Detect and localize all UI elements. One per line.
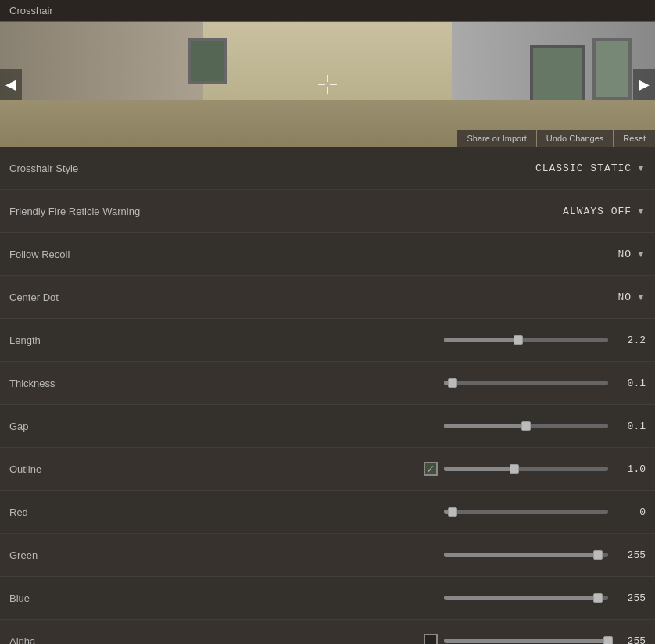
checkbox-alpha[interactable] [424,634,438,644]
control-gap: 0.1 [166,420,646,432]
slider-track-gap[interactable] [444,424,608,428]
dropdown-arrow-crosshair-style: ▼ [636,163,646,174]
setting-row-follow-recoil: Follow RecoilNo▼ [0,233,655,276]
reset-button[interactable]: Reset [614,130,655,147]
setting-row-red: Red0 [0,491,655,534]
setting-row-center-dot: Center DotNo▼ [0,276,655,319]
control-thickness: 0.1 [166,377,646,389]
slider-thumb-alpha[interactable] [603,636,613,644]
control-center-dot: No▼ [166,292,646,303]
slider-value-thickness: 0.1 [614,377,646,389]
share-import-button[interactable]: Share or Import [457,130,535,147]
control-red: 0 [166,506,646,518]
setting-row-green: Green255 [0,534,655,577]
label-thickness: Thickness [9,377,166,389]
dropdown-arrow-follow-recoil: ▼ [636,249,646,259]
slider-value-blue: 255 [614,592,646,604]
slider-value-length: 2.2 [614,335,646,346]
control-blue: 255 [166,592,646,604]
slider-fill-green [444,553,598,557]
preview-arrow-right[interactable]: ▶ [633,69,655,100]
setting-row-alpha: Alpha255 [0,620,655,644]
dropdown-value-crosshair-style: Classic Static [535,163,632,174]
slider-track-blue[interactable] [444,596,608,600]
slider-fill-blue [444,596,598,600]
slider-thumb-red[interactable] [448,507,457,517]
dropdown-crosshair-style[interactable]: Classic Static▼ [535,163,646,174]
label-outline: Outline [9,463,166,475]
slider-fill-outline [444,467,514,471]
slider-thumb-length[interactable] [514,335,523,345]
preview-container: ◀ ▶ Share or Import Undo Changes Reset [0,22,655,147]
control-follow-recoil: No▼ [166,249,646,260]
settings-area: Crosshair StyleClassic Static▼Friendly F… [0,147,655,644]
slider-container-thickness: 0.1 [166,377,646,389]
dropdown-follow-recoil[interactable]: No▼ [618,249,646,260]
slider-container-length: 2.2 [166,335,646,346]
page-title: Crosshair [9,5,53,16]
slider-thumb-gap[interactable] [521,421,531,431]
slider-container-gap: 0.1 [166,420,646,432]
label-crosshair-style: Crosshair Style [9,163,166,174]
control-green: 255 [166,549,646,561]
slider-track-green[interactable] [444,553,608,557]
checkbox-outline[interactable]: ✓ [424,462,438,476]
label-green: Green [9,549,166,561]
label-alpha: Alpha [9,635,166,645]
label-red: Red [9,506,166,518]
slider-thumb-thickness[interactable] [448,378,457,388]
slider-container-blue: 255 [166,592,646,604]
slider-value-alpha: 255 [614,635,646,645]
control-alpha: 255 [166,634,646,644]
dropdown-value-center-dot: No [618,292,632,303]
dropdown-arrow-friendly-fire: ▼ [636,206,646,216]
setting-row-blue: Blue255 [0,577,655,620]
dropdown-value-follow-recoil: No [618,249,632,260]
slider-value-gap: 0.1 [614,420,646,432]
control-length: 2.2 [166,335,646,346]
preview-arrow-left[interactable]: ◀ [0,69,22,100]
setting-row-length: Length2.2 [0,319,655,362]
slider-thumb-green[interactable] [593,550,603,560]
slider-fill-alpha [444,639,608,643]
label-blue: Blue [9,592,166,604]
setting-row-friendly-fire: Friendly Fire Reticle WarningAlways Off▼ [0,190,655,233]
slider-track-red[interactable] [444,510,608,514]
label-gap: Gap [9,420,166,432]
slider-fill-gap [444,424,526,428]
label-center-dot: Center Dot [9,292,166,303]
control-outline: ✓1.0 [166,462,646,476]
control-friendly-fire: Always Off▼ [166,206,646,217]
title-bar: Crosshair [0,0,655,22]
slider-container-green: 255 [166,549,646,561]
slider-container-red: 0 [166,506,646,518]
dropdown-value-friendly-fire: Always Off [563,206,632,217]
slider-thumb-outline[interactable] [510,464,519,474]
setting-row-outline: Outline✓1.0 [0,448,655,491]
slider-container-outline: ✓1.0 [166,462,646,476]
slider-thumb-blue[interactable] [593,593,603,603]
slider-track-alpha[interactable] [444,639,608,643]
preview-background [0,22,655,147]
preview-actions: Share or Import Undo Changes Reset [457,130,655,147]
scene-window-right [592,38,632,100]
slider-track-length[interactable] [444,338,608,342]
slider-value-green: 255 [614,549,646,561]
slider-track-thickness[interactable] [444,381,608,385]
label-friendly-fire: Friendly Fire Reticle Warning [9,206,166,217]
checkmark-outline: ✓ [426,463,435,474]
setting-row-crosshair-style: Crosshair StyleClassic Static▼ [0,147,655,190]
setting-row-thickness: Thickness0.1 [0,362,655,405]
crosshair-preview [318,75,337,94]
slider-track-outline[interactable] [444,467,608,471]
label-length: Length [9,335,166,346]
scene-window-left [188,38,227,84]
dropdown-center-dot[interactable]: No▼ [618,292,646,303]
slider-value-red: 0 [614,506,646,518]
label-follow-recoil: Follow Recoil [9,249,166,260]
undo-changes-button[interactable]: Undo Changes [537,130,613,147]
dropdown-friendly-fire[interactable]: Always Off▼ [563,206,646,217]
control-crosshair-style: Classic Static▼ [166,163,646,174]
slider-value-outline: 1.0 [614,463,646,475]
setting-row-gap: Gap0.1 [0,405,655,448]
